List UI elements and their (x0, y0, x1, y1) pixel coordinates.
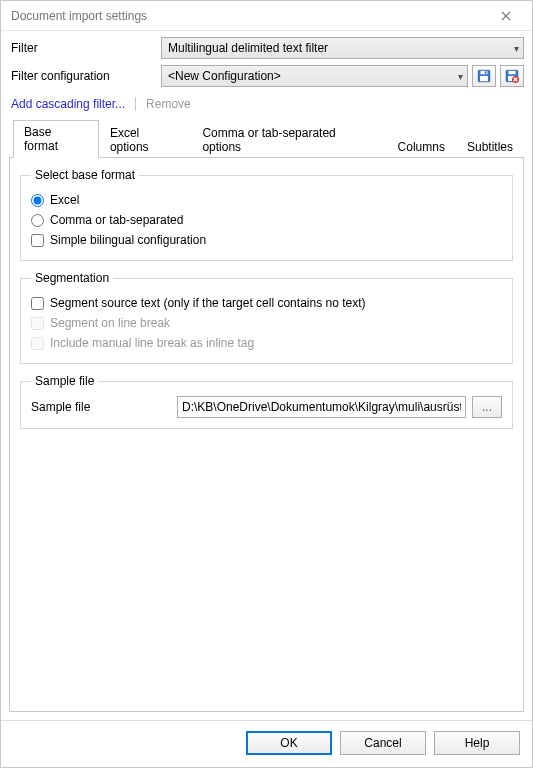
dialog-window: Document import settings Filter Multilin… (0, 0, 533, 768)
tab-base-format[interactable]: Base format (13, 120, 99, 158)
check-inline-tag-label: Include manual line break as inline tag (50, 336, 254, 350)
sample-file-label: Sample file (31, 400, 171, 414)
check-segment-linebreak (31, 317, 44, 330)
radio-csv-label: Comma or tab-separated (50, 213, 183, 227)
segmentation-group: Segmentation Segment source text (only i… (20, 271, 513, 364)
help-button[interactable]: Help (434, 731, 520, 755)
cancel-button[interactable]: Cancel (340, 731, 426, 755)
check-segment-linebreak-row: Segment on line break (31, 313, 502, 333)
tab-columns[interactable]: Columns (387, 135, 456, 158)
check-segment-linebreak-label: Segment on line break (50, 316, 170, 330)
check-segment-source-label: Segment source text (only if the target … (50, 296, 366, 310)
segmentation-legend: Segmentation (31, 271, 113, 285)
close-button[interactable] (488, 2, 524, 30)
base-format-legend: Select base format (31, 168, 139, 182)
sample-file-row: Sample file ... (31, 396, 502, 418)
radio-excel-label: Excel (50, 193, 79, 207)
dialog-content: Filter Multilingual delimited text filte… (1, 31, 532, 720)
radio-csv-row[interactable]: Comma or tab-separated (31, 210, 502, 230)
tab-excel-options[interactable]: Excel options (99, 121, 191, 158)
save-config-button[interactable] (472, 65, 496, 87)
separator (135, 97, 136, 111)
chevron-down-icon: ▾ (458, 71, 463, 82)
window-title: Document import settings (11, 9, 147, 23)
floppy-save-icon (477, 69, 491, 83)
check-bilingual-row[interactable]: Simple bilingual configuration (31, 230, 502, 250)
filter-row: Filter Multilingual delimited text filte… (9, 37, 524, 59)
dialog-footer: OK Cancel Help (1, 720, 532, 767)
radio-csv[interactable] (31, 214, 44, 227)
filter-config-selected: <New Configuration> (168, 69, 281, 83)
filter-config-label: Filter configuration (9, 69, 157, 83)
titlebar: Document import settings (1, 1, 532, 31)
check-bilingual-label: Simple bilingual configuration (50, 233, 206, 247)
ok-button[interactable]: OK (246, 731, 332, 755)
browse-button[interactable]: ... (472, 396, 502, 418)
filter-config-row: Filter configuration <New Configuration>… (9, 65, 524, 87)
filter-label: Filter (9, 41, 157, 55)
check-segment-source-row[interactable]: Segment source text (only if the target … (31, 293, 502, 313)
filter-config-combobox[interactable]: <New Configuration> ▾ (161, 65, 468, 87)
tab-subtitles[interactable]: Subtitles (456, 135, 524, 158)
check-bilingual[interactable] (31, 234, 44, 247)
tabbar: Base format Excel options Comma or tab-s… (9, 119, 524, 158)
check-inline-tag (31, 337, 44, 350)
check-inline-tag-row: Include manual line break as inline tag (31, 333, 502, 353)
close-icon (501, 11, 511, 21)
cascading-filter-row: Add cascading filter... Remove (9, 93, 524, 119)
remove-filter-link: Remove (146, 97, 191, 111)
add-cascading-filter-link[interactable]: Add cascading filter... (11, 97, 125, 111)
tabpanel-base-format: Select base format Excel Comma or tab-se… (9, 158, 524, 712)
delete-config-button[interactable] (500, 65, 524, 87)
svg-rect-4 (480, 76, 488, 81)
radio-excel-row[interactable]: Excel (31, 190, 502, 210)
svg-rect-5 (485, 71, 487, 74)
sample-file-input[interactable] (177, 396, 466, 418)
floppy-delete-icon (505, 69, 519, 83)
filter-selected: Multilingual delimited text filter (168, 41, 328, 55)
svg-rect-7 (509, 71, 516, 75)
sample-file-legend: Sample file (31, 374, 98, 388)
radio-excel[interactable] (31, 194, 44, 207)
base-format-group: Select base format Excel Comma or tab-se… (20, 168, 513, 261)
chevron-down-icon: ▾ (514, 43, 519, 54)
check-segment-source[interactable] (31, 297, 44, 310)
sample-file-group: Sample file Sample file ... (20, 374, 513, 429)
tab-csv-options[interactable]: Comma or tab-separated options (191, 121, 386, 158)
filter-combobox[interactable]: Multilingual delimited text filter ▾ (161, 37, 524, 59)
